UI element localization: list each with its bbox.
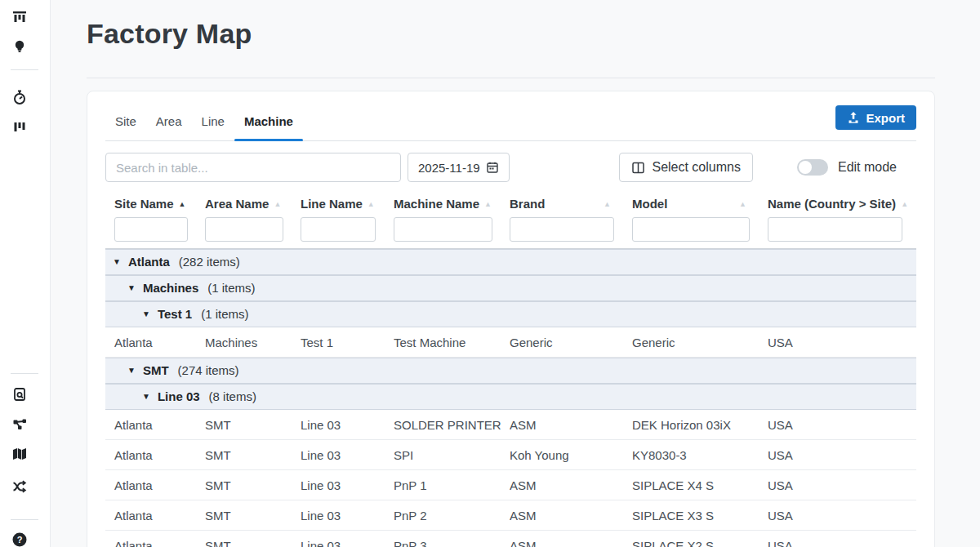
date-value: 2025-11-19 xyxy=(418,161,480,175)
edit-mode-label: Edit mode xyxy=(838,160,897,175)
toolbar: 2025-11-19 Select columns Edit mode xyxy=(105,153,916,182)
table-row: AtlantaSMTLine 03PnP 2ASMSIPLACE X3 SUSA xyxy=(105,500,916,531)
table-cell: USA xyxy=(768,470,916,500)
column-header: Model▲ xyxy=(632,197,768,242)
sidebar-divider xyxy=(11,519,38,520)
columns-select-icon xyxy=(631,161,645,175)
tab-machine[interactable]: Machine xyxy=(234,103,303,140)
group-label: Atlanta xyxy=(128,250,170,274)
title-divider xyxy=(87,78,935,78)
collapse-icon[interactable]: ▼ xyxy=(142,302,150,327)
export-button[interactable]: Export xyxy=(835,105,916,130)
collapse-icon[interactable]: ▼ xyxy=(142,385,150,409)
shuffle-icon[interactable] xyxy=(9,476,30,497)
column-filter-input[interactable] xyxy=(394,217,492,242)
tab-list: SiteAreaLineMachine xyxy=(105,103,303,140)
table-cell: Generic xyxy=(510,327,632,357)
sort-icon[interactable]: ▲ xyxy=(274,200,281,208)
date-picker[interactable]: 2025-11-19 xyxy=(408,153,510,182)
sort-icon[interactable]: ▲ xyxy=(368,200,375,208)
table-cell: Atlanta xyxy=(114,327,205,357)
column-filter-input[interactable] xyxy=(510,217,614,242)
column-header: Brand▲ xyxy=(510,197,632,242)
column-filter-input[interactable] xyxy=(301,217,376,242)
table-cell: Atlanta xyxy=(114,470,205,500)
sidebar: ? xyxy=(0,0,51,547)
table-row: AtlantaSMTLine 03SPIKoh YoungKY8030-3USA xyxy=(105,440,916,470)
group-row[interactable]: ▼Machines(1 items) xyxy=(105,275,916,301)
search-input[interactable] xyxy=(105,153,401,182)
sort-icon[interactable]: ▲ xyxy=(901,200,908,208)
columns-icon[interactable] xyxy=(9,116,30,137)
tab-site[interactable]: Site xyxy=(105,103,146,140)
report-search-icon[interactable] xyxy=(9,384,30,405)
table-row: AtlantaSMTLine 03PnP 1ASMSIPLACE X4 SUSA xyxy=(105,470,916,500)
collapse-icon[interactable]: ▼ xyxy=(127,276,136,300)
collapse-icon[interactable]: ▼ xyxy=(127,358,136,383)
sort-icon[interactable]: ▲ xyxy=(604,200,611,208)
table-cell: SPI xyxy=(394,440,510,469)
table-cell: KY8030-3 xyxy=(632,440,768,469)
calendar-icon xyxy=(486,161,499,174)
table-cell: SMT xyxy=(205,531,301,547)
table-cell: Line 03 xyxy=(301,500,394,530)
group-count: (282 items) xyxy=(179,250,240,274)
table-cell: Atlanta xyxy=(114,531,205,547)
table-cell: USA xyxy=(768,410,916,439)
select-columns-label: Select columns xyxy=(652,160,741,175)
sort-icon[interactable]: ▲ xyxy=(739,200,746,208)
column-header-label: Name (Country > Site) xyxy=(768,197,896,211)
table-row: AtlantaSMTLine 03PnP 3ASMSIPLACE X2 SUSA xyxy=(105,531,916,547)
table-cell: PnP 3 xyxy=(394,531,510,547)
group-row[interactable]: ▼Atlanta(282 items) xyxy=(105,249,916,275)
table-body: ▼Atlanta(282 items)▼Machines(1 items)▼Te… xyxy=(105,249,916,547)
sidebar-divider xyxy=(11,373,38,374)
table-row: AtlantaSMTLine 03SOLDER PRINTERASMDEK Ho… xyxy=(105,410,916,440)
sort-icon[interactable]: ▲ xyxy=(484,200,492,208)
column-header-label: Line Name xyxy=(301,197,363,211)
factory-icon[interactable] xyxy=(9,7,30,28)
table-cell: SMT xyxy=(205,440,301,469)
table-cell: ASM xyxy=(510,410,632,439)
group-row[interactable]: ▼Test 1(1 items) xyxy=(105,301,916,327)
table-cell: USA xyxy=(768,440,916,469)
table-cell: DEK Horizon 03iX xyxy=(632,410,768,439)
edit-mode-toggle[interactable] xyxy=(797,159,828,176)
column-filter-input[interactable] xyxy=(205,217,283,242)
table-cell: SMT xyxy=(205,470,301,500)
group-label: Test 1 xyxy=(158,302,192,327)
column-header-label: Model xyxy=(632,197,667,211)
group-label: Line 03 xyxy=(158,385,200,409)
table-cell: SIPLACE X4 S xyxy=(632,470,768,500)
export-label: Export xyxy=(866,111,905,125)
column-header: Area Name▲ xyxy=(205,197,301,242)
tab-line[interactable]: Line xyxy=(192,103,234,140)
table-cell: Atlanta xyxy=(114,500,205,530)
table-cell: Atlanta xyxy=(114,410,205,439)
group-row[interactable]: ▼SMT(274 items) xyxy=(105,358,916,384)
factory-map-card: SiteAreaLineMachine Export 2025-11-19 xyxy=(87,91,935,547)
table-cell: Test Machine xyxy=(394,327,510,357)
tab-area[interactable]: Area xyxy=(146,103,192,140)
column-filter-input[interactable] xyxy=(768,217,902,242)
collapse-icon[interactable]: ▼ xyxy=(113,250,121,274)
column-filter-input[interactable] xyxy=(632,217,750,242)
sort-icon[interactable]: ▲ xyxy=(179,200,186,208)
group-label: SMT xyxy=(143,358,169,383)
table-cell: ASM xyxy=(510,470,632,500)
hierarchy-icon[interactable] xyxy=(9,414,30,435)
lightbulb-icon[interactable] xyxy=(9,36,30,57)
table-cell: PnP 2 xyxy=(394,500,510,530)
select-columns-button[interactable]: Select columns xyxy=(619,153,753,182)
group-row[interactable]: ▼Line 03(8 items) xyxy=(105,384,916,410)
stopwatch-icon[interactable] xyxy=(9,87,30,108)
table-cell: Line 03 xyxy=(301,440,394,469)
table-cell: Test 1 xyxy=(301,327,394,357)
column-filter-input[interactable] xyxy=(114,217,188,242)
column-header: Site Name▲ xyxy=(114,197,205,242)
table-cell: Koh Young xyxy=(510,440,632,469)
help-icon[interactable]: ? xyxy=(9,529,30,547)
map-icon[interactable] xyxy=(9,443,30,465)
table-cell: USA xyxy=(768,531,916,547)
column-header: Machine Name▲ xyxy=(394,197,510,242)
